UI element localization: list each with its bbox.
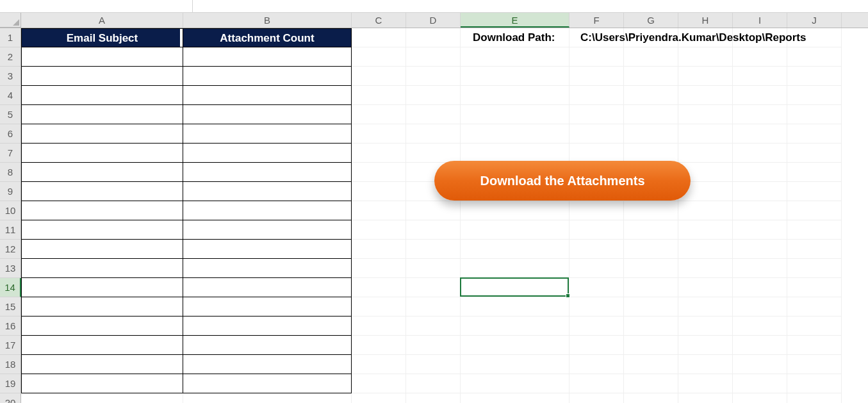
cell-E20[interactable] <box>461 393 569 403</box>
cell-E14[interactable] <box>461 278 569 297</box>
cell-F11[interactable] <box>569 220 624 240</box>
cell-B17[interactable] <box>183 336 352 355</box>
cell-C19[interactable] <box>352 374 406 393</box>
cell-C14[interactable] <box>352 278 406 297</box>
cell-G7[interactable] <box>624 144 678 163</box>
cell-H4[interactable] <box>678 86 733 105</box>
cell-G18[interactable] <box>624 355 678 374</box>
cell-J18[interactable] <box>787 355 842 374</box>
cell-H5[interactable] <box>678 105 733 124</box>
row-header-3[interactable]: 3 <box>0 67 21 86</box>
download-attachments-button[interactable]: Download the Attachments <box>434 161 691 201</box>
cell-I16[interactable] <box>733 317 787 336</box>
cell-B5[interactable] <box>183 105 352 124</box>
cell-A6[interactable] <box>21 124 183 144</box>
cell-G3[interactable] <box>624 67 678 86</box>
cell-E5[interactable] <box>461 105 569 124</box>
cell-H17[interactable] <box>678 336 733 355</box>
select-all-corner[interactable] <box>0 13 21 28</box>
cell-C8[interactable] <box>352 163 406 182</box>
cell-D16[interactable] <box>406 317 461 336</box>
cell-I2[interactable] <box>733 47 787 67</box>
column-header-A[interactable]: A <box>21 13 183 28</box>
cell-H10[interactable] <box>678 201 733 220</box>
row-header-12[interactable]: 12 <box>0 240 21 259</box>
cell-F19[interactable] <box>569 374 624 393</box>
cell-D18[interactable] <box>406 355 461 374</box>
cell-A16[interactable] <box>21 317 183 336</box>
cell-F17[interactable] <box>569 336 624 355</box>
cell-I13[interactable] <box>733 259 787 278</box>
cell-G14[interactable] <box>624 278 678 297</box>
cell-D19[interactable] <box>406 374 461 393</box>
cell-D17[interactable] <box>406 336 461 355</box>
column-header-B[interactable]: B <box>183 13 352 28</box>
cell-C9[interactable] <box>352 182 406 201</box>
cell-F4[interactable] <box>569 86 624 105</box>
cell-I14[interactable] <box>733 278 787 297</box>
cell-I5[interactable] <box>733 105 787 124</box>
cell-J14[interactable] <box>787 278 842 297</box>
cell-G20[interactable] <box>624 393 678 403</box>
cell-F12[interactable] <box>569 240 624 259</box>
cell-E16[interactable] <box>461 317 569 336</box>
column-header-J[interactable]: J <box>787 13 842 28</box>
cell-E15[interactable] <box>461 297 569 317</box>
column-header-I[interactable]: I <box>733 13 787 28</box>
cell-G12[interactable] <box>624 240 678 259</box>
cell-J7[interactable] <box>787 144 842 163</box>
cell-A12[interactable] <box>21 240 183 259</box>
cell-G1[interactable] <box>624 28 678 47</box>
cell-I6[interactable] <box>733 124 787 144</box>
cell-C17[interactable] <box>352 336 406 355</box>
column-header-E[interactable]: E <box>461 13 569 28</box>
row-header-5[interactable]: 5 <box>0 105 21 124</box>
cell-I19[interactable] <box>733 374 787 393</box>
cell-A1[interactable]: Email Subject <box>21 28 183 47</box>
cell-J12[interactable] <box>787 240 842 259</box>
cell-A4[interactable] <box>21 86 183 105</box>
cell-F5[interactable] <box>569 105 624 124</box>
cell-E17[interactable] <box>461 336 569 355</box>
cell-A7[interactable] <box>21 144 183 163</box>
cell-I11[interactable] <box>733 220 787 240</box>
cell-E6[interactable] <box>461 124 569 144</box>
cell-F15[interactable] <box>569 297 624 317</box>
cell-E11[interactable] <box>461 220 569 240</box>
cell-J8[interactable] <box>787 163 842 182</box>
cell-H7[interactable] <box>678 144 733 163</box>
cell-B9[interactable] <box>183 182 352 201</box>
cell-A17[interactable] <box>21 336 183 355</box>
cell-C13[interactable] <box>352 259 406 278</box>
cell-H16[interactable] <box>678 317 733 336</box>
cell-A10[interactable] <box>21 201 183 220</box>
cell-J4[interactable] <box>787 86 842 105</box>
cell-C1[interactable] <box>352 28 406 47</box>
cell-D14[interactable] <box>406 278 461 297</box>
cell-C20[interactable] <box>352 393 406 403</box>
cell-E13[interactable] <box>461 259 569 278</box>
cell-C7[interactable] <box>352 144 406 163</box>
cell-D6[interactable] <box>406 124 461 144</box>
cell-B16[interactable] <box>183 317 352 336</box>
cell-E2[interactable] <box>461 47 569 67</box>
cell-H20[interactable] <box>678 393 733 403</box>
row-header-6[interactable]: 6 <box>0 124 21 144</box>
cell-D3[interactable] <box>406 67 461 86</box>
cell-J3[interactable] <box>787 67 842 86</box>
cell-B11[interactable] <box>183 220 352 240</box>
cell-G15[interactable] <box>624 297 678 317</box>
cell-J20[interactable] <box>787 393 842 403</box>
cell-H18[interactable] <box>678 355 733 374</box>
cell-B15[interactable] <box>183 297 352 317</box>
cell-A8[interactable] <box>21 163 183 182</box>
cell-D13[interactable] <box>406 259 461 278</box>
cell-C3[interactable] <box>352 67 406 86</box>
cell-H19[interactable] <box>678 374 733 393</box>
row-header-8[interactable]: 8 <box>0 163 21 182</box>
cell-C5[interactable] <box>352 105 406 124</box>
cell-I8[interactable] <box>733 163 787 182</box>
cell-I12[interactable] <box>733 240 787 259</box>
cell-J1[interactable] <box>787 28 842 47</box>
cell-H6[interactable] <box>678 124 733 144</box>
